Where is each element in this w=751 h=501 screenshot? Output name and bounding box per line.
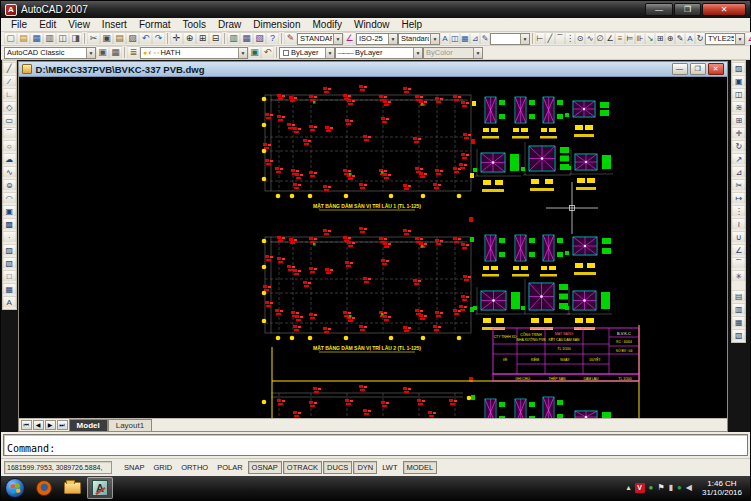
toggle-otrack[interactable]: OTRACK xyxy=(283,461,322,474)
publish-icon[interactable]: ◨ xyxy=(69,32,82,45)
workspace-icon[interactable]: ✎ xyxy=(284,32,297,45)
document-title-bar[interactable]: D:\MBKC337PVB\BVKC-337 PVB.dwg — ❐ ✕ xyxy=(19,62,727,77)
layer-previous-icon[interactable]: ↶ xyxy=(261,46,274,59)
chevron-down-icon[interactable]: ▼ xyxy=(520,34,529,44)
revcloud-icon[interactable]: ☁ xyxy=(3,153,16,165)
chevron-down-icon[interactable]: ▼ xyxy=(473,48,482,58)
chevron-down-icon[interactable]: ▼ xyxy=(238,48,247,58)
tool-palettes-icon[interactable]: ▧ xyxy=(253,32,266,45)
doc-close-button[interactable]: ✕ xyxy=(708,63,724,75)
dim-continue-icon[interactable]: ⊪ xyxy=(635,32,645,45)
dim-aligned-icon[interactable]: ╱ xyxy=(545,32,555,45)
dimstyle-icon[interactable]: ∠ xyxy=(343,32,356,45)
dim-baseline-icon[interactable]: ⊨ xyxy=(625,32,635,45)
dim-diameter-icon[interactable]: ∅ xyxy=(595,32,605,45)
copy-object-icon[interactable]: ▣ xyxy=(732,75,745,87)
line-icon[interactable]: ╱ xyxy=(3,62,16,74)
toggle-ducs[interactable]: DUCS xyxy=(323,461,352,474)
table-icon[interactable]: ▦ xyxy=(3,283,16,295)
cut-icon[interactable]: ✂ xyxy=(87,32,100,45)
chevron-down-icon[interactable]: ▼ xyxy=(735,34,744,44)
layer-properties-icon[interactable]: ≣ xyxy=(127,46,140,59)
fillet-icon[interactable]: ⌒ xyxy=(732,257,745,269)
pan-icon[interactable]: ✛ xyxy=(170,32,183,45)
menu-view[interactable]: View xyxy=(62,18,96,31)
mtext-icon[interactable]: A xyxy=(3,296,16,308)
make-object-layer-icon[interactable]: ▣ xyxy=(248,46,261,59)
ellipse-icon[interactable]: ⊜ xyxy=(3,179,16,191)
bring-above-icon[interactable]: ▦ xyxy=(732,316,745,328)
taskbar-clock[interactable]: 1:46 CH 31/10/2016 xyxy=(696,479,748,497)
rectangle-icon[interactable]: ▭ xyxy=(3,114,16,126)
workspace-settings-icon[interactable]: ▣ xyxy=(96,46,109,59)
designcenter-icon[interactable]: ▦ xyxy=(240,32,253,45)
match-properties-icon[interactable]: ▨ xyxy=(126,32,139,45)
chevron-down-icon[interactable]: ▼ xyxy=(333,34,342,44)
zoom-previous-icon[interactable]: ⊟ xyxy=(209,32,222,45)
arc-icon[interactable]: ⌒ xyxy=(3,127,16,139)
polygon-icon[interactable]: ◇ xyxy=(3,101,16,113)
menu-window[interactable]: Window xyxy=(348,18,396,31)
send-to-back-icon[interactable]: ▥ xyxy=(732,303,745,315)
network-icon[interactable]: ● xyxy=(649,483,654,493)
tolerance-icon[interactable]: ⊞ xyxy=(655,32,665,45)
array-icon[interactable]: ⊞ xyxy=(732,114,745,126)
region-icon[interactable]: □ xyxy=(3,270,16,282)
plot-icon[interactable]: ▥ xyxy=(43,32,56,45)
chevron-down-icon[interactable]: ▼ xyxy=(413,48,422,58)
dim-style-combo[interactable]: ISO-25▼ xyxy=(356,33,398,45)
extend-icon[interactable]: ↦ xyxy=(732,192,745,204)
dim-edit-icon[interactable]: ✎ xyxy=(675,32,685,45)
taskbar-firefox-button[interactable] xyxy=(31,477,57,499)
help-icon[interactable]: ? xyxy=(266,32,279,45)
volume-icon[interactable]: ◀ xyxy=(686,483,692,493)
text-style-icon[interactable]: A xyxy=(440,32,450,45)
circle-icon[interactable]: ○ xyxy=(3,140,16,152)
ellipse-arc-icon[interactable]: ◠ xyxy=(3,192,16,204)
menu-file[interactable]: File xyxy=(5,18,33,31)
dim-angular-icon[interactable]: ∠ xyxy=(605,32,615,45)
chevron-down-icon[interactable]: ▼ xyxy=(388,34,397,44)
tab-model[interactable]: Model xyxy=(69,419,108,431)
point-icon[interactable]: · xyxy=(3,231,16,243)
start-button[interactable] xyxy=(5,478,25,498)
construction-line-icon[interactable]: ⁄ xyxy=(3,75,16,87)
dim-style-icon[interactable]: ◫ xyxy=(450,32,460,45)
workspace-style-combo[interactable]: STANDARD▼ xyxy=(297,33,343,45)
doc-restore-button[interactable]: ❐ xyxy=(690,63,706,75)
taskbar-autocad-button[interactable]: A xyxy=(87,477,113,499)
style-manager-icon[interactable]: ✎ xyxy=(480,32,490,45)
menu-dimension[interactable]: Dimension xyxy=(247,18,306,31)
tab-scroll-0[interactable]: ⏮ xyxy=(21,420,32,430)
chevron-down-icon[interactable]: ▼ xyxy=(86,48,95,58)
explode-icon[interactable]: ✳ xyxy=(732,270,745,282)
antivirus-icon[interactable]: V xyxy=(635,483,645,493)
rotate-icon[interactable]: ↻ xyxy=(732,140,745,152)
update-icon[interactable]: ● xyxy=(677,483,682,493)
tab-scroll-2[interactable]: ▶ xyxy=(45,420,56,430)
action-center-flag-icon[interactable]: ⚑ xyxy=(657,483,664,493)
chevron-down-icon[interactable]: ▼ xyxy=(430,34,439,44)
tab-scroll-3[interactable]: ⏭ xyxy=(57,420,68,430)
zoom-window-icon[interactable]: ⊞ xyxy=(196,32,209,45)
plot-preview-icon[interactable]: ◫ xyxy=(56,32,69,45)
redo-icon[interactable]: ↷ xyxy=(152,32,165,45)
dim-update-icon[interactable]: ↻ xyxy=(695,32,705,45)
copy-icon[interactable]: ▣ xyxy=(100,32,113,45)
quick-dim-icon[interactable]: ≡ xyxy=(615,32,625,45)
plot-style-combo[interactable]: ByColor▼ xyxy=(423,47,483,59)
chamfer-icon[interactable]: ∠ xyxy=(732,244,745,256)
dim-ordinate-icon[interactable]: ⋮ xyxy=(565,32,575,45)
model-space-canvas[interactable]: MẶT BẰNG DẦM SÀN VỊ TRÍ LẦU 1 (TL 1-125)… xyxy=(19,77,727,418)
dim-text-edit-icon[interactable]: A xyxy=(685,32,695,45)
toggle-dyn[interactable]: DYN xyxy=(353,461,377,474)
mleader-style-icon[interactable]: ⊿ xyxy=(470,32,480,45)
battery-icon[interactable]: ▮ xyxy=(669,483,673,493)
maximize-button[interactable]: ❐ xyxy=(674,3,701,16)
toggle-grid[interactable]: GRID xyxy=(149,461,176,474)
dim-arc-icon[interactable]: ⌒ xyxy=(555,32,565,45)
command-input[interactable]: Command: xyxy=(3,434,748,456)
paste-icon[interactable]: ▤ xyxy=(113,32,126,45)
hatch-icon[interactable]: ▨ xyxy=(3,244,16,256)
dim-linear-icon[interactable]: ⊢ xyxy=(535,32,545,45)
